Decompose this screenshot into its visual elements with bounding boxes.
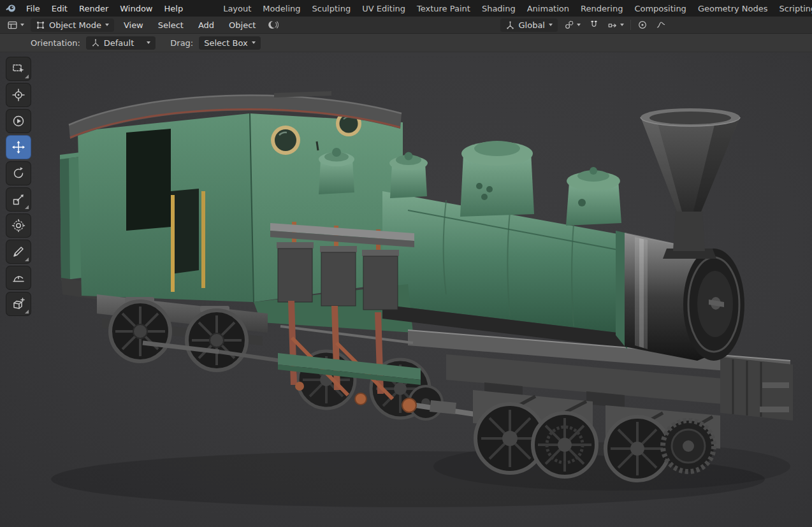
chevron-down-icon — [549, 24, 553, 26]
viewport-editor-icon — [7, 20, 18, 31]
chevron-down-icon — [252, 41, 256, 44]
menu-render[interactable]: Render — [73, 3, 114, 15]
tool-transform[interactable] — [6, 214, 31, 237]
workspace-tabs: Layout Modeling Sculpting UV Editing Tex… — [218, 2, 812, 15]
annotate-icon — [11, 245, 25, 259]
mode-dropdown[interactable]: Object Mode — [31, 18, 114, 32]
viewport-header: Object Mode View Select Add Object — [0, 17, 812, 34]
front-wheel — [110, 301, 170, 361]
editor-type-dropdown[interactable] — [5, 18, 26, 32]
orientation-axes-icon — [505, 20, 515, 30]
tool-annotate[interactable] — [6, 240, 31, 263]
tool-select-box[interactable] — [6, 57, 31, 80]
transform-icon — [11, 219, 25, 233]
cursor-icon — [11, 88, 25, 102]
workspace-tab-modeling[interactable]: Modeling — [257, 2, 305, 15]
header-separator — [630, 20, 631, 30]
proportional-editing-toggle[interactable] — [635, 18, 649, 32]
menu-edit[interactable]: Edit — [46, 3, 73, 15]
tool-cursor[interactable] — [6, 83, 31, 106]
front-wheel — [187, 310, 247, 370]
chevron-down-icon — [577, 24, 581, 26]
workspace-tab-scripting[interactable]: Scripting — [774, 2, 812, 15]
blender-window: File Edit Render Window Help Layout Mode… — [0, 0, 812, 527]
orientation-value: Default — [104, 38, 134, 48]
handrail — [171, 195, 175, 292]
topbar: File Edit Render Window Help Layout Mode… — [0, 0, 812, 17]
tool-move[interactable] — [6, 136, 31, 159]
workspace-tab-layout[interactable]: Layout — [218, 2, 256, 15]
handrail — [201, 191, 205, 288]
blender-logo-icon[interactable] — [5, 3, 17, 14]
snap-magnet-icon — [589, 20, 599, 30]
snap-target-icon — [607, 20, 618, 30]
select-box-icon — [11, 62, 25, 76]
transform-orientation-dropdown[interactable]: Global — [500, 18, 558, 32]
tool-rotate[interactable] — [6, 162, 31, 185]
drag-mode-value: Select Box — [204, 38, 247, 48]
cab-doorway — [126, 129, 171, 231]
locomotive-model[interactable] — [60, 91, 793, 480]
3d-viewport[interactable] — [0, 52, 812, 527]
orientation-axes-icon — [91, 38, 100, 47]
tool-measure[interactable] — [6, 266, 31, 289]
workspace-tab-texture-paint[interactable]: Texture Paint — [412, 2, 475, 15]
drag-label: Drag: — [170, 38, 193, 48]
chevron-down-icon — [105, 24, 109, 26]
menu-file[interactable]: File — [20, 3, 46, 15]
loco-valve-chests[interactable] — [270, 222, 414, 310]
move-icon — [11, 140, 25, 154]
tool-add-cube[interactable] — [6, 292, 31, 315]
transform-orientation-label: Global — [519, 20, 545, 30]
workspace-tab-uv-editing[interactable]: UV Editing — [357, 2, 410, 15]
workspace-tab-sculpting[interactable]: Sculpting — [307, 2, 356, 15]
workspace-tab-rendering[interactable]: Rendering — [576, 2, 628, 15]
snap-magnet-toggle[interactable] — [587, 18, 601, 32]
loco-funnel[interactable] — [641, 108, 740, 259]
proportional-editing-icon — [637, 20, 648, 30]
workspace-tab-compositing[interactable]: Compositing — [629, 2, 692, 15]
orientation-label: Orientation: — [31, 38, 80, 48]
viewport-canvas[interactable] — [0, 52, 812, 527]
viewport-header-right: Global — [500, 18, 668, 32]
app-menus: File Edit Render Window Help — [20, 3, 189, 15]
proportional-falloff-dropdown[interactable] — [654, 18, 668, 32]
rotate-icon — [11, 166, 25, 180]
orientation-dropdown[interactable]: Default — [86, 36, 156, 50]
menu-window[interactable]: Window — [114, 3, 158, 15]
bogie-gear-wheel — [663, 421, 714, 472]
snap-settings-dropdown[interactable] — [605, 18, 626, 32]
bogie-wheel — [533, 413, 597, 477]
menu-help[interactable]: Help — [159, 3, 189, 15]
viewport-menu-view[interactable]: View — [119, 19, 149, 31]
tool-scale[interactable] — [6, 188, 31, 211]
scale-icon — [11, 192, 25, 206]
measure-icon — [11, 271, 25, 285]
pivot-point-icon — [564, 20, 574, 30]
bogie-wheel — [605, 417, 669, 480]
workspace-tab-shading[interactable]: Shading — [477, 2, 521, 15]
proportional-falloff-icon — [656, 20, 666, 30]
mode-transfer-icon[interactable] — [265, 18, 280, 32]
workspace-tab-animation[interactable]: Animation — [522, 2, 574, 15]
add-cube-icon — [11, 297, 25, 311]
chevron-down-icon — [620, 24, 624, 26]
viewport-menu-object[interactable]: Object — [224, 19, 261, 31]
workspace-tab-geometry-nodes[interactable]: Geometry Nodes — [693, 2, 773, 15]
tool-settings-bar: Orientation: Default Drag: Select Box — [0, 34, 812, 52]
chevron-down-icon — [20, 24, 24, 26]
viewport-menu-add[interactable]: Add — [193, 19, 219, 31]
tool-shelf — [6, 57, 31, 315]
select-circle-icon — [11, 114, 25, 128]
tool-select-circle[interactable] — [6, 110, 31, 133]
chevron-down-icon — [147, 41, 150, 44]
pivot-point-dropdown[interactable] — [562, 18, 583, 32]
mode-dropdown-label: Object Mode — [49, 20, 101, 30]
object-mode-icon — [36, 20, 45, 30]
viewport-menu-select[interactable]: Select — [153, 19, 189, 31]
drag-mode-dropdown[interactable]: Select Box — [199, 36, 260, 50]
